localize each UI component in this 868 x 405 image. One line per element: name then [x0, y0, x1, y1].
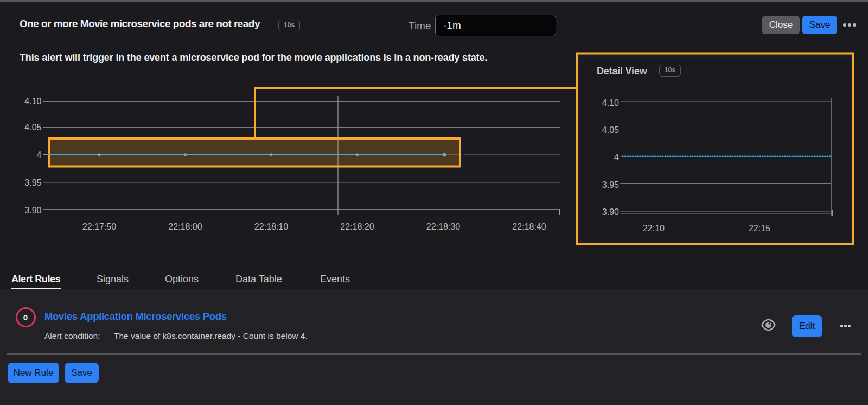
svg-text:22:18:00: 22:18:00 [168, 222, 202, 231]
svg-text:22:18:30: 22:18:30 [426, 222, 460, 231]
svg-text:4: 4 [614, 153, 619, 162]
svg-text:22:18:10: 22:18:10 [254, 222, 288, 231]
svg-text:4.05: 4.05 [602, 125, 619, 135]
svg-text:3.95: 3.95 [602, 180, 619, 189]
svg-text:3.90: 3.90 [602, 207, 619, 217]
svg-text:3.90: 3.90 [24, 206, 41, 215]
svg-text:22:15: 22:15 [749, 224, 770, 233]
svg-text:22:10: 22:10 [643, 224, 665, 233]
svg-text:22:18:20: 22:18:20 [340, 222, 374, 231]
svg-text:4.05: 4.05 [24, 123, 41, 132]
svg-text:4: 4 [37, 150, 42, 160]
svg-text:22:18:40: 22:18:40 [512, 222, 546, 231]
svg-text:4.10: 4.10 [602, 98, 619, 107]
svg-text:4.10: 4.10 [24, 97, 41, 106]
svg-text:3.95: 3.95 [24, 178, 41, 187]
svg-text:22:17:50: 22:17:50 [82, 222, 116, 231]
